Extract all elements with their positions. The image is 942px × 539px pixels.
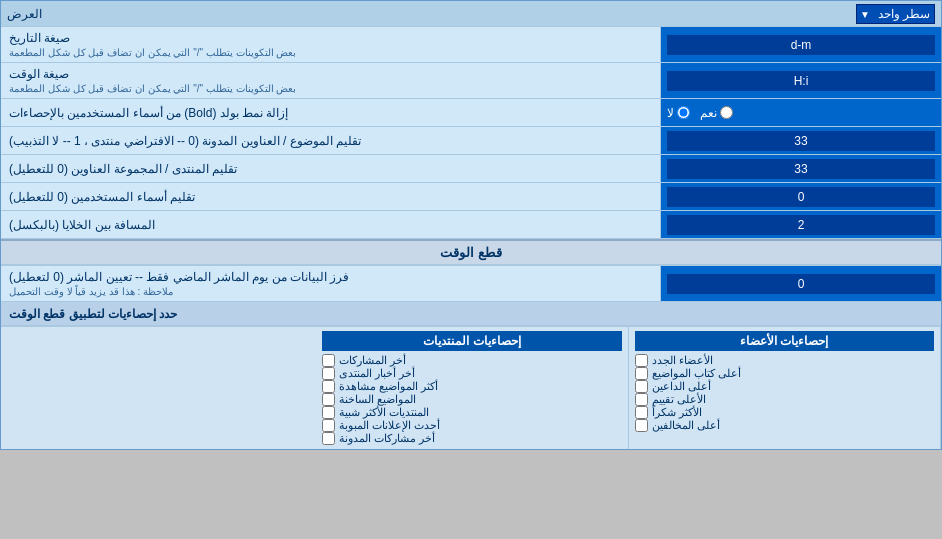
cell-spacing-label: المسافة بين الخلايا (بالبكسل): [1, 211, 661, 238]
check-item-most-similar-forums: المنتديات الأكثر شبية: [322, 406, 621, 419]
checkboxes-area: إحصاءيات الأعضاء الأعضاء الجدد أعلى كتاب…: [1, 326, 941, 449]
cutoff-row: فرز البيانات من يوم الماشر الماضي فقط --…: [1, 266, 941, 302]
display-mode-select-wrapper[interactable]: سطر واحد سطرين ثلاثة أسطر ▼: [856, 4, 935, 24]
dropdown-container: سطر واحد سطرين ثلاثة أسطر ▼: [856, 4, 935, 24]
cell-spacing-input[interactable]: [667, 215, 935, 235]
time-format-row: صيغة الوقت بعض التكوينات يتطلب "/" التي …: [1, 63, 941, 99]
cell-spacing-row: المسافة بين الخلايا (بالبكسل): [1, 211, 941, 239]
radio-no-label[interactable]: لا: [667, 106, 690, 120]
usernames-trim-input[interactable]: [667, 187, 935, 207]
check-item-highest-rated: الأعلى تقييم: [635, 393, 934, 406]
checkbox-most-thanks[interactable]: [635, 406, 648, 419]
forum-group-row: تقليم المنتدى / المجموعة العناوين (0 للت…: [1, 155, 941, 183]
forum-stats-col-header: إحصاءيات المنتديات: [322, 331, 621, 351]
display-header-row: سطر واحد سطرين ثلاثة أسطر ▼ العرض: [1, 1, 941, 27]
date-format-input-container: [661, 27, 941, 62]
forum-group-input[interactable]: [667, 159, 935, 179]
cutoff-label: فرز البيانات من يوم الماشر الماضي فقط --…: [1, 266, 661, 301]
radio-yes[interactable]: [720, 106, 733, 119]
checkbox-forum-news[interactable]: [322, 367, 335, 380]
checkbox-blog-posts[interactable]: [322, 432, 335, 445]
check-item-most-viewed: أكثر المواضيع مشاهدة: [322, 380, 621, 393]
bold-usernames-row: نعم لا إزالة نمط بولد (Bold) من أسماء ال…: [1, 99, 941, 127]
date-format-row: صيغة التاريخ بعض التكوينات يتطلب "/" الت…: [1, 27, 941, 63]
date-format-label: صيغة التاريخ بعض التكوينات يتطلب "/" الت…: [1, 27, 661, 62]
checkbox-hot-topics[interactable]: [322, 393, 335, 406]
checkbox-new-members[interactable]: [635, 354, 648, 367]
check-item-hot-topics: المواضيع الساخنة: [322, 393, 621, 406]
forum-titles-input[interactable]: [667, 131, 935, 151]
usernames-trim-row: تقليم أسماء المستخدمين (0 للتعطيل): [1, 183, 941, 211]
checkbox-most-similar-forums[interactable]: [322, 406, 335, 419]
check-item-last-posts: أخر المشاركات: [322, 354, 621, 367]
checkbox-highest-rated[interactable]: [635, 393, 648, 406]
checkbox-top-topic-authors[interactable]: [635, 367, 648, 380]
time-format-input-container: [661, 63, 941, 98]
checkbox-top-violators[interactable]: [635, 419, 648, 432]
checkbox-top-inviters[interactable]: [635, 380, 648, 393]
check-item-new-members: الأعضاء الجدد: [635, 354, 934, 367]
apply-cutoff-label: حدد إحصاءيات لتطبيق قطع الوقت: [1, 302, 941, 325]
cutoff-section-header: قطع الوقت: [1, 239, 941, 266]
member-stats-col: إحصاءيات الأعضاء الأعضاء الجدد أعلى كتاب…: [629, 327, 941, 449]
forum-titles-input-container: [661, 127, 941, 154]
radio-yes-label[interactable]: نعم: [700, 106, 733, 120]
display-mode-select[interactable]: سطر واحد سطرين ثلاثة أسطر: [856, 4, 935, 24]
check-item-top-inviters: أعلى الداعين: [635, 380, 934, 393]
forum-titles-label: تقليم الموضوع / العناوين المدونة (0 -- ا…: [1, 127, 661, 154]
member-stats-col-header: إحصاءيات الأعضاء: [635, 331, 934, 351]
time-format-label: صيغة الوقت بعض التكوينات يتطلب "/" التي …: [1, 63, 661, 98]
forum-group-input-container: [661, 155, 941, 182]
check-item-forum-news: أخر أخبار المنتدى: [322, 367, 621, 380]
bold-radio-container: نعم لا: [661, 99, 941, 126]
radio-no[interactable]: [677, 106, 690, 119]
usernames-trim-input-container: [661, 183, 941, 210]
forum-stats-col: إحصاءيات المنتديات أخر المشاركات أخر أخب…: [316, 327, 628, 449]
check-item-most-thanks: الأكثر شكراً: [635, 406, 934, 419]
time-format-input[interactable]: [667, 71, 935, 91]
cutoff-input-container: [661, 266, 941, 301]
cell-spacing-input-container: [661, 211, 941, 238]
check-item-top-violators: أعلى المخالفين: [635, 419, 934, 432]
check-item-top-topic-authors: أعلى كتاب المواضيع: [635, 367, 934, 380]
checkbox-most-viewed[interactable]: [322, 380, 335, 393]
check-item-blog-posts: أخر مشاركات المدونة: [322, 432, 621, 445]
main-container: سطر واحد سطرين ثلاثة أسطر ▼ العرض صيغة ا…: [0, 0, 942, 450]
bold-usernames-label: إزالة نمط بولد (Bold) من أسماء المستخدمي…: [1, 99, 661, 126]
check-item-latest-classifieds: أحدث الإعلانات المبوبة: [322, 419, 621, 432]
usernames-trim-label: تقليم أسماء المستخدمين (0 للتعطيل): [1, 183, 661, 210]
date-format-input[interactable]: [667, 35, 935, 55]
forum-titles-row: تقليم الموضوع / العناوين المدونة (0 -- ا…: [1, 127, 941, 155]
display-section-title: العرض: [7, 7, 42, 21]
cutoff-input[interactable]: [667, 274, 935, 294]
apply-stats-right-area: [1, 327, 316, 449]
checkbox-last-posts[interactable]: [322, 354, 335, 367]
apply-cutoff-row: حدد إحصاءيات لتطبيق قطع الوقت: [1, 302, 941, 326]
checkbox-latest-classifieds[interactable]: [322, 419, 335, 432]
forum-group-label: تقليم المنتدى / المجموعة العناوين (0 للت…: [1, 155, 661, 182]
